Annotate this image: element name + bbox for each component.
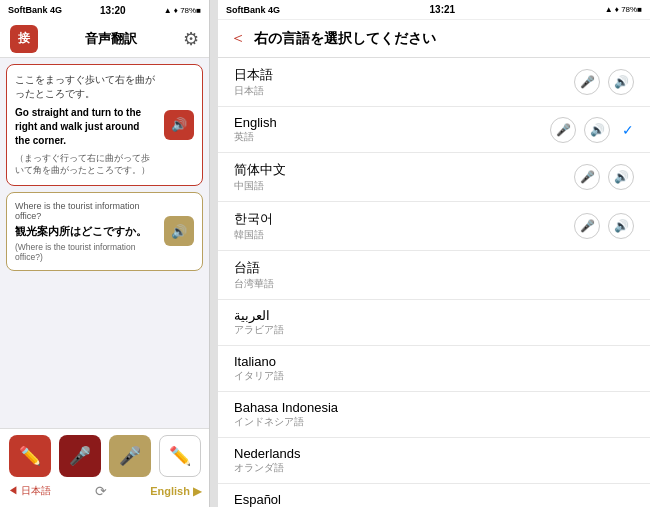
lang-checkmark-1: ✓ <box>622 122 634 138</box>
lang-list-item[interactable]: English英語🎤🔊✓ <box>218 107 650 153</box>
lang-switcher-bar: ◀ 日本語 ⟳ English ▶ <box>8 483 201 499</box>
card2-en-text: 観光案内所はどこですか。 <box>15 224 157 239</box>
right-nav-title: 右の言語を選択してください <box>254 30 436 48</box>
lang-list-item[interactable]: 한국어韓国語🎤🔊 <box>218 202 650 251</box>
language-list: 日本語日本語🎤🔊English英語🎤🔊✓简体中文中国語🎤🔊한국어韓国語🎤🔊台語台… <box>218 58 650 507</box>
card1-paren-text: （まっすぐ行って右に曲がって歩いて角を曲がったところです。） <box>15 152 157 177</box>
lang-mic-3[interactable]: 🎤 <box>574 213 600 239</box>
settings-icon[interactable]: ⚙ <box>183 28 199 50</box>
lang-name-2: 简体中文 <box>234 161 286 179</box>
edit-icon-right: ✏️ <box>169 445 191 467</box>
lang-list-item[interactable]: Italianoイタリア語 <box>218 346 650 392</box>
left-carrier: SoftBank 4G <box>8 5 62 15</box>
edit-button-right[interactable]: ✏️ <box>159 435 201 477</box>
lang-name-6: Italiano <box>234 354 284 369</box>
lang-list-item[interactable]: Bahasa Indonesiaインドネシア語 <box>218 392 650 438</box>
card2-jp-text: Where is the tourist information office? <box>15 201 157 221</box>
lang-name-7: Bahasa Indonesia <box>234 400 338 415</box>
left-status-bar: SoftBank 4G 13:20 ▲ ♦ 78%■ <box>0 0 209 20</box>
lang-native-0: 日本語 <box>234 84 273 98</box>
lang-name-1: English <box>234 115 277 130</box>
lang-native-5: アラビア語 <box>234 323 284 337</box>
mic-button-left[interactable]: 🎤 <box>59 435 101 477</box>
mic-icon-left: 🎤 <box>69 445 91 467</box>
right-status-icons: ▲ ♦ 78%■ <box>605 5 642 14</box>
lang-name-8: Nederlands <box>234 446 301 461</box>
card1-en-text: Go straight and turn to the right and wa… <box>15 106 157 148</box>
phone-divider <box>210 0 218 507</box>
bottom-buttons: ✏️ 🎤 🎤 ✏️ <box>8 435 201 477</box>
lang-name-9: Español <box>234 492 284 507</box>
mic-button-right[interactable]: 🎤 <box>109 435 151 477</box>
lang-left-label[interactable]: ◀ 日本語 <box>8 484 51 498</box>
lang-list-item[interactable]: 日本語日本語🎤🔊 <box>218 58 650 107</box>
lang-mic-0[interactable]: 🎤 <box>574 69 600 95</box>
mic-icon-right: 🎤 <box>119 445 141 467</box>
edit-button-left[interactable]: ✏️ <box>9 435 51 477</box>
left-nav-bar: 接 音声翻訳 ⚙ <box>0 20 209 58</box>
left-time: 13:20 <box>100 5 126 16</box>
right-carrier: SoftBank 4G <box>226 5 280 15</box>
right-status-bar: SoftBank 4G 13:21 ▲ ♦ 78%■ <box>218 0 650 20</box>
lang-speaker-2[interactable]: 🔊 <box>608 164 634 190</box>
left-status-icons: ▲ ♦ 78%■ <box>164 6 201 15</box>
card2-paren-text: (Where is the tourist information office… <box>15 242 157 262</box>
card1-speaker-button[interactable]: 🔊 <box>164 110 194 140</box>
lang-list-item[interactable]: 简体中文中国語🎤🔊 <box>218 153 650 202</box>
left-bottom-bar: ✏️ 🎤 🎤 ✏️ ◀ 日本語 ⟳ English ▶ <box>0 428 209 507</box>
app-logo[interactable]: 接 <box>10 25 38 53</box>
lang-name-5: العربية <box>234 308 284 323</box>
lang-native-7: インドネシア語 <box>234 415 338 429</box>
lang-list-item[interactable]: 台語台湾華語 <box>218 251 650 300</box>
lang-native-4: 台湾華語 <box>234 277 274 291</box>
lang-speaker-3[interactable]: 🔊 <box>608 213 634 239</box>
right-phone: SoftBank 4G 13:21 ▲ ♦ 78%■ ＜ 右の言語を選択してくだ… <box>218 0 650 507</box>
lang-native-2: 中国語 <box>234 179 286 193</box>
card1-jp-text: ここをまっすぐ歩いて右を曲がったところです。 <box>15 73 157 102</box>
left-main-content: ここをまっすぐ歩いて右を曲がったところです。 Go straight and t… <box>0 58 209 428</box>
lang-right-label[interactable]: English ▶ <box>150 485 201 498</box>
lang-mic-2[interactable]: 🎤 <box>574 164 600 190</box>
lang-name-4: 台語 <box>234 259 274 277</box>
card2-speaker-button[interactable]: 🔊 <box>164 216 194 246</box>
right-time: 13:21 <box>430 4 456 15</box>
translation-card-1: ここをまっすぐ歩いて右を曲がったところです。 Go straight and t… <box>6 64 203 186</box>
edit-icon-left: ✏️ <box>19 445 41 467</box>
lang-list-item[interactable]: Nederlandsオランダ語 <box>218 438 650 484</box>
right-nav-bar: ＜ 右の言語を選択してください <box>218 20 650 58</box>
history-icon[interactable]: ⟳ <box>95 483 107 499</box>
left-phone: SoftBank 4G 13:20 ▲ ♦ 78%■ 接 音声翻訳 ⚙ ここをま… <box>0 0 210 507</box>
lang-speaker-0[interactable]: 🔊 <box>608 69 634 95</box>
lang-name-0: 日本語 <box>234 66 273 84</box>
lang-native-3: 韓国語 <box>234 228 273 242</box>
lang-speaker-1[interactable]: 🔊 <box>584 117 610 143</box>
lang-name-3: 한국어 <box>234 210 273 228</box>
card2-speaker-icon: 🔊 <box>171 224 187 239</box>
card1-speaker-icon: 🔊 <box>171 117 187 132</box>
lang-mic-1[interactable]: 🎤 <box>550 117 576 143</box>
nav-title: 音声翻訳 <box>85 30 137 48</box>
lang-native-1: 英語 <box>234 130 277 144</box>
lang-list-item[interactable]: العربيةアラビア語 <box>218 300 650 346</box>
lang-native-6: イタリア語 <box>234 369 284 383</box>
back-button[interactable]: ＜ <box>230 28 246 49</box>
translation-card-2: Where is the tourist information office?… <box>6 192 203 271</box>
lang-native-8: オランダ語 <box>234 461 301 475</box>
lang-list-item[interactable]: Españolスペイン語 <box>218 484 650 507</box>
